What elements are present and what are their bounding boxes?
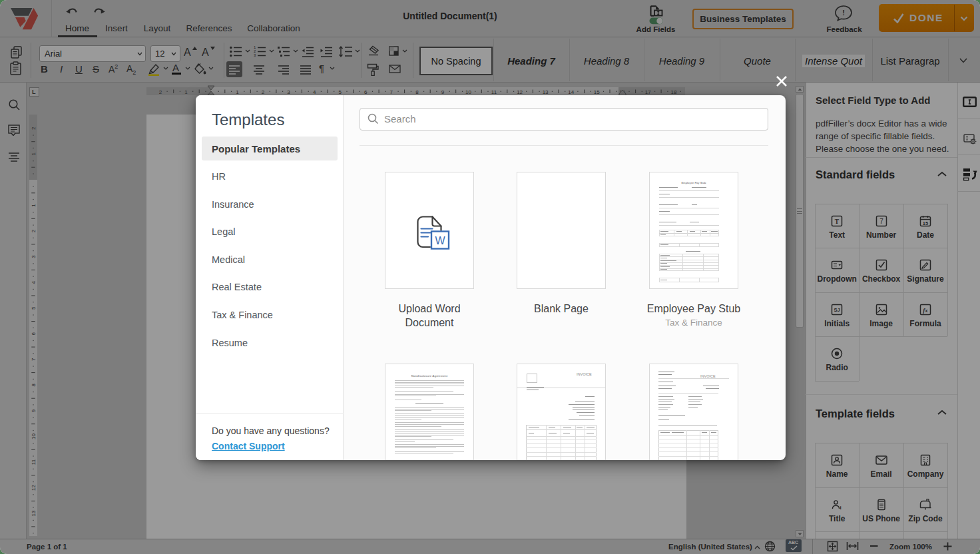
svg-text:W: W — [435, 235, 445, 246]
